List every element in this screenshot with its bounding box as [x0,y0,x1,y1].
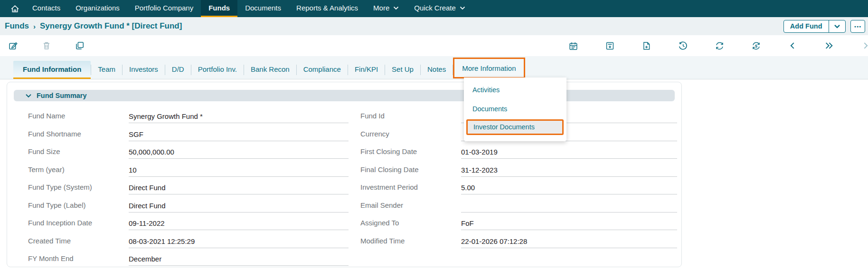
section-title: Fund Summary [37,92,87,99]
field-label: First Closing Date [360,144,461,162]
tab-compliance[interactable]: Compliance [297,61,348,79]
field-value-fund-size[interactable]: 50,000,000.00 [129,146,349,159]
tab-set-up[interactable]: Set Up [385,61,420,79]
home-icon [10,4,20,14]
board-view-icon [605,41,615,51]
breadcrumb-separator: › [33,22,36,30]
field-value-assigned-to[interactable]: FoF [461,218,677,230]
menu-item-documents[interactable]: Documents [464,99,566,118]
next-record-button[interactable] [860,40,868,51]
top-nav: Contacts Organizations Portfolio Company… [0,0,868,17]
field-label: Investment Period [360,179,461,197]
tab-portfolio-inv[interactable]: Portfolio Inv. [191,61,244,79]
field-label: Final Closing Date [360,162,461,180]
field-label: Created Time [28,233,129,251]
fund-summary-section-header[interactable]: Fund Summary [14,90,675,101]
record-actions: Add Fund ●●● [783,20,865,33]
field-label: FY Month End [28,251,129,269]
field-label: Term (year) [28,162,129,180]
breadcrumb-bar: Funds › Synergy Growth Fund * [Direct Fu… [0,17,868,35]
trash-icon [41,40,52,51]
home-button[interactable] [5,0,25,17]
edit-button[interactable] [8,40,19,51]
field-value-final-closing-date[interactable]: 31-12-2023 [461,165,677,177]
nav-item-documents[interactable]: Documents [237,0,289,17]
tab-notes[interactable]: Notes [421,61,453,79]
fund-detail-panel: Fund Summary Fund Name Synergy Growth Fu… [7,82,682,267]
field-value-first-closing-date[interactable]: 01-03-2019 [461,146,677,159]
field-label: Fund Id [360,108,461,126]
file-add-button[interactable] [641,40,651,51]
nav-item-reports-analytics[interactable]: Reports & Analytics [289,0,366,17]
field-value-fy-month-end[interactable]: December [129,253,349,266]
field-value-fund-shortname[interactable]: SGF [129,129,349,141]
file-add-icon [642,41,651,51]
tab-investors[interactable]: Investors [123,61,165,79]
sync-button[interactable] [714,40,725,51]
toolbar-right-group: $ [568,35,868,56]
breadcrumb-current-record: Synergy Growth Fund * [Direct Fund] [40,21,182,31]
ellipsis-icon: ●●● [854,25,862,28]
sync-icon [715,41,725,51]
field-value-fund-type-label[interactable]: Direct Fund [129,200,349,213]
more-information-dropdown: Activities Documents Investor Documents [464,77,566,141]
add-fund-button[interactable]: Add Fund [784,20,829,32]
nav-item-more-label: More [373,4,389,12]
menu-item-investor-documents[interactable]: Investor Documents [466,119,564,135]
nav-item-portfolio-company[interactable]: Portfolio Company [127,0,201,17]
field-label: Email Sender [360,197,461,215]
tab-more-information[interactable]: More Information [453,58,525,78]
tab-fin-kpi[interactable]: Fin/KPI [348,61,385,79]
calendar-icon [568,41,578,51]
sync-currency-button[interactable]: $ [751,40,761,51]
toolbar-left-group [8,35,85,56]
field-value-fund-name[interactable]: Synergy Growth Fund * [129,111,349,123]
nav-item-organizations[interactable]: Organizations [68,0,127,17]
clone-button[interactable] [75,40,85,51]
nav-item-contacts[interactable]: Contacts [25,0,68,17]
history-icon [678,40,688,51]
collapse-chevron-icon[interactable] [25,94,32,98]
field-value-term-year[interactable]: 10 [129,165,349,177]
app-window: Contacts Organizations Portfolio Company… [0,0,868,271]
chevron-left-icon [788,41,797,50]
edit-icon [8,40,19,51]
tab-team[interactable]: Team [91,61,122,79]
field-value-fund-inception-date[interactable]: 09-11-2022 [129,218,349,230]
add-fund-split-button: Add Fund [783,20,846,33]
more-actions-button[interactable]: ●●● [850,20,865,33]
history-button[interactable] [678,40,688,51]
nav-item-more[interactable]: More [366,0,406,17]
sync-currency-icon: $ [751,41,761,51]
tab-fund-information[interactable]: Fund Information [13,61,91,79]
field-label: Fund Shortname [28,126,129,144]
nav-item-quick-create[interactable]: Quick Create [406,0,473,17]
previous-record-button[interactable] [787,40,798,51]
field-label: Currency [360,126,461,144]
calendar-button[interactable] [568,40,578,51]
field-label: Fund Inception Date [28,215,129,233]
field-value-created-time[interactable]: 08-03-2021 12:25:29 [129,236,349,248]
add-fund-dropdown-button[interactable] [829,20,845,32]
svg-text:$: $ [755,43,757,48]
field-value-modified-time[interactable]: 22-01-2026 07:12:28 [461,236,677,248]
field-label: Fund Size [28,144,129,162]
tab-dd[interactable]: D/D [165,61,191,79]
breadcrumb-funds-link[interactable]: Funds [5,21,29,31]
chevron-right-icon [861,41,868,50]
record-toolbar: $ [0,35,868,56]
field-label: Fund Type (Label) [28,197,129,215]
chevron-down-icon [460,6,465,10]
delete-button[interactable] [41,40,52,51]
field-label: Fund Type (System) [28,179,129,197]
field-label: Assigned To [360,215,461,233]
board-view-button[interactable] [604,40,615,51]
field-value-email-sender[interactable] [461,200,677,213]
last-record-button[interactable] [824,40,834,51]
field-value-fund-type-system[interactable]: Direct Fund [129,182,349,194]
record-tab-bar: Fund Information Team Investors D/D Port… [0,56,868,79]
tab-bank-recon[interactable]: Bank Recon [244,61,296,79]
nav-item-funds[interactable]: Funds [201,0,237,17]
menu-item-activities[interactable]: Activities [464,80,566,99]
field-value-investment-period[interactable]: 5.00 [461,182,677,194]
